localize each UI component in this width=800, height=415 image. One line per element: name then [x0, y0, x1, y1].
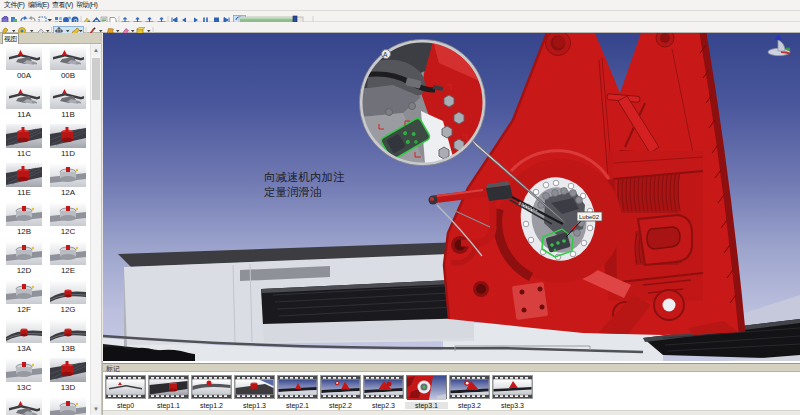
svg-text:A: A [383, 51, 388, 58]
svg-text:定量润滑油: 定量润滑油 [264, 186, 322, 198]
svg-text:Lube02: Lube02 [579, 214, 600, 220]
svg-text:向减速机内加注: 向减速机内加注 [264, 171, 345, 183]
